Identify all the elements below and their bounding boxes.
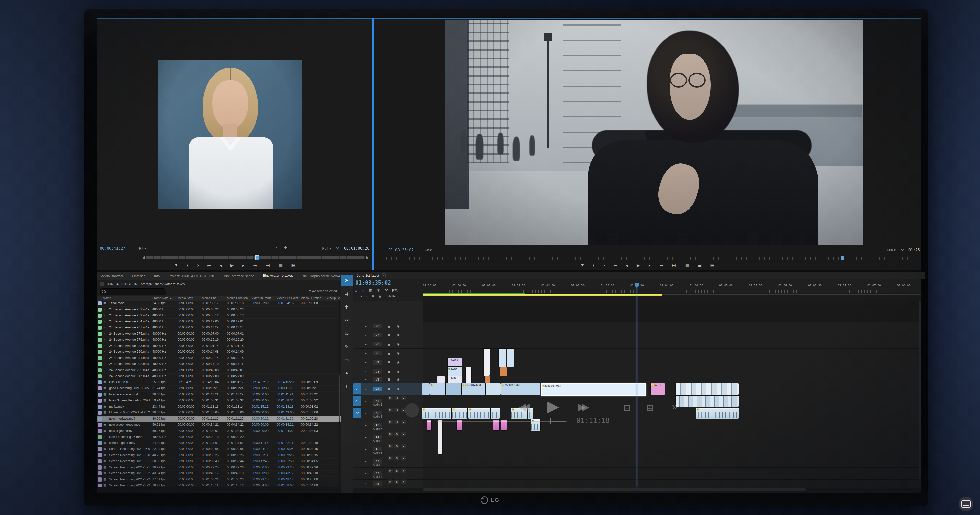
sync-lock-icon[interactable]: ▣ <box>388 370 390 373</box>
step-forward-icon[interactable]: ▸ <box>649 263 651 268</box>
lock-icon[interactable]: ● <box>365 482 367 485</box>
track-select-forward-tool[interactable]: ⇉ <box>340 288 353 299</box>
source-resolution-dropdown[interactable]: Full ▾ <box>322 246 331 250</box>
record-arm-icon[interactable]: ● <box>401 468 406 473</box>
step-forward-icon[interactable]: ▸ <box>242 263 245 268</box>
scan-badge[interactable] <box>959 497 974 512</box>
solo-button[interactable]: S <box>394 396 399 400</box>
lock-icon[interactable]: ● <box>361 295 362 298</box>
mute-button[interactable]: M <box>388 408 393 412</box>
table-row-22[interactable]: ♪New Recording 25.m4a48000 Hz00:00:00:00… <box>97 434 340 441</box>
slip-tool[interactable]: ↹ <box>340 328 353 339</box>
lock-icon[interactable]: ● <box>365 370 367 373</box>
track-header-A8[interactable]: ●A8MS● <box>353 480 423 488</box>
column-header-3[interactable]: Media End <box>202 296 216 300</box>
caption-track-icon[interactable]: ▫ <box>366 295 368 298</box>
add-marker-icon[interactable]: ▼ <box>377 288 380 292</box>
project-tab-1[interactable]: Libraries <box>132 274 145 278</box>
search-box[interactable] <box>100 288 166 295</box>
lift-icon[interactable]: ▤ <box>672 263 676 268</box>
mute-button[interactable]: M <box>388 432 393 436</box>
project-tab-3[interactable]: Project: JUNE 4 LATEST ONE <box>169 274 215 278</box>
track-header-V6[interactable]: ●V6▣◉ <box>353 339 423 349</box>
column-header-1[interactable]: Frame Rate ▲ <box>152 296 172 300</box>
snap-icon[interactable]: ∩ <box>361 288 364 292</box>
track-id-A4[interactable]: A4 <box>373 435 382 439</box>
go-to-in-icon[interactable]: ⇤ <box>207 263 211 268</box>
table-row-19[interactable]: ▦new interface.mp430.00 fps00:00:00:0000… <box>97 416 340 422</box>
table-row-27[interactable]: ▦Screen Recording 2021-05-130.99 fps00:0… <box>97 465 340 471</box>
table-row-29[interactable]: ▦Screen Recording 2021-05-227.61 fps00:0… <box>97 477 340 483</box>
program-resolution-dropdown[interactable]: Full ▾ <box>887 248 896 252</box>
record-arm-icon[interactable]: ● <box>401 480 406 484</box>
track-id-A5[interactable]: A5 <box>373 447 382 452</box>
table-row-17[interactable]: ▦mp41.mov23.44 fps00:00:00:0000:01:18:13… <box>97 404 340 410</box>
mark-in-icon[interactable]: { <box>593 263 595 268</box>
track-output-icon[interactable]: ◉ <box>397 342 399 346</box>
column-header-4[interactable]: Media Duration <box>227 296 248 300</box>
source-scrubber-start-handle[interactable] <box>143 257 145 259</box>
record-arm-icon[interactable]: ● <box>401 432 406 436</box>
panel-splitter[interactable] <box>372 18 374 270</box>
captions-icon[interactable]: CC <box>392 288 398 292</box>
table-row-0[interactable]: ▦1final.mov24.00 fps00:00:00:0000:01:33:… <box>97 301 340 307</box>
sync-lock-icon[interactable]: ▣ <box>388 361 390 364</box>
mark-out-icon[interactable]: } <box>603 263 605 268</box>
track-id-A3[interactable]: A3 <box>373 423 382 428</box>
lock-icon[interactable]: ● <box>365 387 367 390</box>
timeline-tab[interactable]: June 1st latest <box>357 274 379 277</box>
track-id-V2[interactable]: V2 <box>373 377 382 382</box>
go-to-in-icon[interactable]: ⇤ <box>613 263 617 268</box>
step-back-icon[interactable]: ◂ <box>626 263 628 268</box>
timeline-playhead-timecode[interactable]: 01:03:35:02 <box>355 280 391 286</box>
solo-button[interactable]: S <box>394 468 399 473</box>
lock-icon[interactable]: ● <box>365 412 367 414</box>
mute-button[interactable]: M <box>388 420 393 425</box>
lock-icon[interactable]: ● <box>365 424 367 426</box>
project-tab-0[interactable]: Media Browser <box>100 274 123 278</box>
mark-out-icon[interactable]: } <box>197 263 199 268</box>
overlay-rewind-icon[interactable]: ◀◀ <box>519 401 526 412</box>
source-scrubber-end-handle[interactable] <box>366 257 368 259</box>
mute-button[interactable]: M <box>388 468 393 473</box>
go-to-out-icon[interactable]: ⇥ <box>660 263 663 268</box>
go-to-out-icon[interactable]: ⇥ <box>253 263 257 268</box>
record-arm-icon[interactable]: ● <box>401 420 406 425</box>
track-header-V5[interactable]: ●V5▣◉ <box>353 349 423 358</box>
table-row-3[interactable]: ♪24 Second Avenue 254.m4a48000 Hz00:00:0… <box>97 319 340 325</box>
source-patch-A1[interactable]: A1 <box>353 396 361 406</box>
project-scrollbar[interactable] <box>339 301 340 487</box>
nest-sequence-icon[interactable]: ⌂ <box>355 288 357 292</box>
pen-tool[interactable]: ✎ <box>340 341 353 352</box>
table-row-12[interactable]: ♪24 Second Avenue 317.m4a48000 Hz00:00:0… <box>97 374 340 380</box>
razor-tool[interactable]: ✂ <box>340 314 353 326</box>
solo-button[interactable]: S <box>394 444 399 448</box>
add-marker-small-icon[interactable]: ✚ <box>283 246 287 250</box>
output-settings-icon[interactable]: ▪ <box>276 246 277 250</box>
table-row-26[interactable]: ▦Screen Recording 2021-05-160.00 fps00:0… <box>97 459 340 465</box>
table-row-1[interactable]: ♪24 Second Avenue 252.m4a48000 Hz00:00:0… <box>97 307 340 313</box>
table-row-15[interactable]: ▦Interface scene.mp430.00 fps00:00:00:00… <box>97 392 340 398</box>
track-id-A2[interactable]: A2 <box>373 410 382 415</box>
track-output-icon[interactable]: ◉ <box>397 378 399 381</box>
track-header-A7[interactable]: ●A7MS●Audio 7 <box>353 467 423 480</box>
program-timecode[interactable]: 01:03:35:02 <box>388 248 414 252</box>
table-row-24[interactable]: ▦Screen Recording 2021-05-022.29 fps00:0… <box>97 446 340 452</box>
mute-button[interactable]: M <box>388 480 393 484</box>
program-fit-dropdown[interactable]: Fit ▾ <box>425 248 432 252</box>
track-header-V8[interactable]: ●V8▣◉ <box>353 322 423 330</box>
program-playhead-handle[interactable] <box>840 256 844 260</box>
lock-icon[interactable]: ● <box>365 448 367 451</box>
type-tool[interactable]: T <box>340 381 353 392</box>
lock-icon[interactable]: ● <box>365 400 367 402</box>
sync-lock-icon[interactable]: ▣ <box>388 352 390 355</box>
table-row-4[interactable]: ♪24 Second Avenue 267.m4a48000 Hz00:00:0… <box>97 325 340 331</box>
table-row-21[interactable]: ▦new pigeon.mov59.97 fps00:00:00:0000:01… <box>97 428 340 434</box>
column-header-2[interactable]: Media Start <box>178 296 193 300</box>
export-frame-icon[interactable]: ▣ <box>697 263 702 268</box>
track-header-V1[interactable]: V1●V1▣◉ <box>353 383 423 395</box>
play-icon[interactable]: ▶ <box>231 263 234 268</box>
mute-button[interactable]: M <box>388 456 393 461</box>
selection-tool[interactable]: ➤ <box>340 274 353 286</box>
hand-tool[interactable]: ● <box>340 368 353 379</box>
